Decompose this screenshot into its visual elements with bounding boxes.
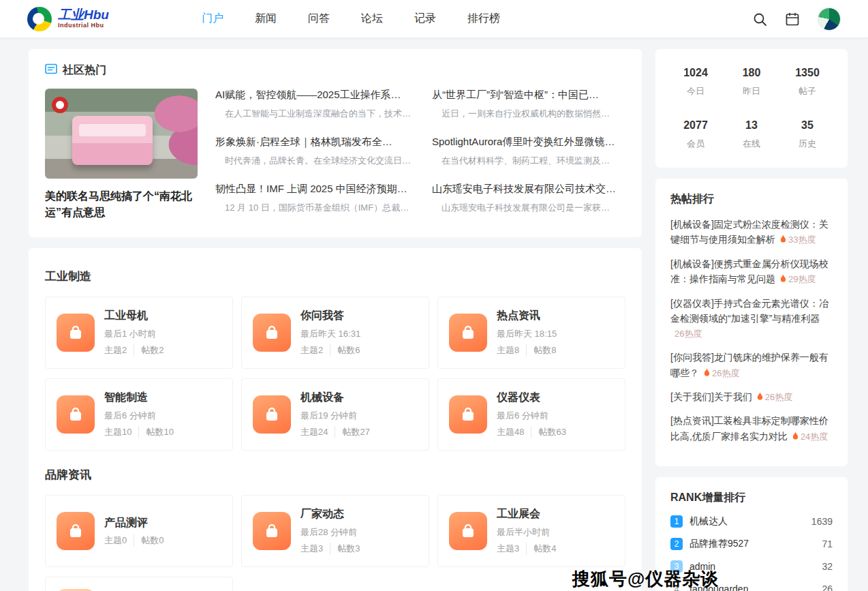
- forum-tile-gongyezhanhui[interactable]: 工业展会 最后半小时前 主题3帖数4: [437, 495, 625, 567]
- menu-item-records[interactable]: 记录: [414, 12, 436, 26]
- forum-tile-yiqiyibiao[interactable]: 仪器仪表 最后6 分钟前 主题48帖数63: [437, 378, 625, 451]
- heat-value: 26热度: [675, 329, 702, 339]
- main-column: 社区热门 美的联名马思纯搞了个“南花北运”有点意思 AI赋能，智控领航——202…: [29, 49, 642, 591]
- shopping-bag-icon: [253, 512, 291, 550]
- forum-topics: 主题0: [104, 534, 127, 547]
- stat-online: 13在线: [724, 119, 779, 150]
- forum-posts: 帖数0: [134, 534, 164, 547]
- news-summary: 在人工智能与工业制造深度融合的当下，技术…: [215, 108, 414, 120]
- navbar-right: [752, 7, 841, 31]
- brand-title: 工业Hbu: [58, 8, 109, 22]
- news-item[interactable]: 形象焕新·启程全球｜格林凯瑞发布全… 时代奔涌，品牌长青。在全球经济文化交流日…: [215, 136, 414, 167]
- forum-tile-pinpaigongchang[interactable]: 品牌工厂 主题0帖数0: [45, 577, 233, 591]
- section-title-brand: 品牌资讯: [45, 467, 625, 483]
- hot-post-item[interactable]: [热点资讯]工装检具非标定制哪家性价比高,优质厂家排名实力对比24热度: [670, 413, 833, 444]
- news-item[interactable]: 山东瑶安电子科技发展有限公司技术交… 山东瑶安电子科技发展有限公司是一家获…: [432, 183, 631, 214]
- community-hot-card: 社区热门 美的联名马思纯搞了个“南花北运”有点意思 AI赋能，智控领航——202…: [29, 49, 642, 237]
- flame-icon: [703, 366, 711, 381]
- news-title: 从“世界工厂”到“智造中枢”：中国已…: [432, 89, 631, 102]
- forum-tile-gongyemuji[interactable]: 工业母机 最后1 小时前 主题2帖数2: [45, 297, 233, 369]
- rank-badge: 1: [670, 515, 683, 528]
- hot-post-item[interactable]: [机械设备]便携式重金属分析仪现场校准：操作指南与常见问题29热度: [670, 256, 833, 288]
- shopping-bag-icon: [57, 395, 95, 434]
- hot-post-item[interactable]: [你问我答]龙门铣床的维护保养一般有哪些？26热度: [670, 350, 833, 381]
- forum-tile-zhinengzhizao[interactable]: 智能制造 最后6 分钟前 主题10帖数10: [45, 378, 233, 451]
- watermark-text: 搜狐号@仪器杂谈: [572, 567, 719, 591]
- shopping-bag-icon: [57, 314, 95, 352]
- forum-last-post: 最后昨天 18:15: [497, 328, 557, 340]
- shopping-bag-icon: [449, 314, 487, 352]
- shopping-bag-icon: [449, 512, 487, 550]
- flame-icon: [756, 390, 764, 405]
- forum-sections-card: 工业制造 工业母机 最后1 小时前 主题2帖数2 你问我答 最后昨天 16:31: [29, 248, 642, 591]
- forum-tile-changjiadongtai[interactable]: 厂家动态 最后28 分钟前 主题3帖数3: [241, 495, 429, 567]
- forum-topics: 主题3: [497, 543, 519, 555]
- forum-tile-niwenwoda[interactable]: 你问我答 最后昨天 16:31 主题2帖数6: [241, 297, 429, 369]
- news-title: 韧性凸显！IMF 上调 2025 中国经济预期…: [215, 183, 414, 196]
- menu-item-news[interactable]: 新闻: [255, 12, 277, 26]
- user-avatar[interactable]: [818, 7, 841, 31]
- forum-name: 仪器仪表: [497, 391, 566, 405]
- brand-tiles: 产品测评 主题0帖数0 厂家动态 最后28 分钟前 主题3帖数3: [45, 495, 625, 591]
- forum-tile-jixieshebei[interactable]: 机械设备 最后19 分钟前 主题24帖数27: [241, 378, 429, 451]
- community-hot-header: 社区热门: [45, 63, 625, 78]
- rank-row[interactable]: 2 品牌推荐9527 71: [670, 538, 833, 550]
- forum-name: 工业母机: [104, 309, 164, 323]
- stats-card: 1024今日 180昨日 1350帖子 2077会员 13在线 35历史: [655, 49, 848, 168]
- news-summary: 12 月 10 日，国际货币基金组织（IMF）总裁…: [215, 202, 414, 214]
- forum-counts: 主题8帖数8: [497, 344, 557, 357]
- featured-article[interactable]: 美的联名马思纯搞了个“南花北运”有点意思: [45, 89, 198, 221]
- heat-value: 26热度: [765, 392, 792, 402]
- forum-topics: 主题8: [497, 344, 519, 357]
- shopping-bag-icon: [57, 512, 95, 550]
- forum-posts: 帖数6: [330, 344, 360, 357]
- forum-posts: 帖数10: [138, 426, 173, 438]
- forum-tile-chanpinceping[interactable]: 产品测评 主题0帖数0: [45, 495, 233, 567]
- hot-post-item[interactable]: [关于我们]关于我们26热度: [670, 389, 833, 405]
- forum-last-post: 最后6 分钟前: [104, 410, 174, 422]
- hot-posts-title: 热帖排行: [670, 192, 833, 207]
- rank-user-name: 机械达人: [689, 515, 811, 528]
- news-summary: 山东瑶安电子科技发展有限公司是一家获…: [432, 202, 631, 214]
- forum-topics: 主题2: [300, 344, 323, 357]
- news-item[interactable]: 韧性凸显！IMF 上调 2025 中国经济预期… 12 月 10 日，国际货币基…: [215, 183, 414, 214]
- forum-last-post: 最后19 分钟前: [300, 410, 370, 422]
- top-navbar: 工业Hbu Industrial Hbu 门户 新闻 问答 论坛 记录 排行榜: [0, 0, 868, 38]
- news-item[interactable]: AI赋能，智控领航——2025工业操作系… 在人工智能与工业制造深度融合的当下，…: [215, 89, 414, 120]
- stat-posts: 1350帖子: [779, 67, 835, 97]
- forum-counts: 主题0帖数0: [104, 534, 164, 547]
- hot-post-item[interactable]: [机械设备]固定式粉尘浓度检测仪：关键细节与使用须知全解析33热度: [670, 217, 833, 248]
- rank-card-title: RANK增量排行: [670, 491, 833, 505]
- brand-text: 工业Hbu Industrial Hbu: [58, 8, 109, 29]
- forum-posts: 帖数63: [531, 426, 565, 438]
- calendar-icon[interactable]: [785, 12, 800, 27]
- forum-counts: 主题3帖数4: [497, 543, 556, 555]
- menu-item-forum[interactable]: 论坛: [361, 12, 383, 26]
- forum-posts: 帖数4: [526, 543, 556, 555]
- shopping-bag-icon: [253, 314, 291, 352]
- forum-topics: 主题24: [300, 426, 328, 438]
- search-icon[interactable]: [752, 12, 767, 27]
- forum-counts: 主题48帖数63: [497, 426, 566, 438]
- brand[interactable]: 工业Hbu Industrial Hbu: [27, 7, 161, 31]
- forum-name: 你问我答: [300, 309, 360, 323]
- community-hot-icon: [45, 63, 57, 78]
- news-item[interactable]: 从“世界工厂”到“智造中枢”：中国已… 近日，一则来自行业权威机构的数据悄然…: [432, 89, 631, 120]
- hot-post-item[interactable]: [仪器仪表]手持式合金元素光谱仪：冶金检测领域的“加速引擎”与精准利器26热度: [670, 296, 833, 342]
- forum-name: 产品测评: [104, 516, 164, 530]
- featured-title: 美的联名马思纯搞了个“南花北运”有点意思: [45, 188, 198, 221]
- heat-value: 24热度: [801, 431, 828, 442]
- no-entry-sign-icon: [52, 97, 68, 113]
- menu-item-qa[interactable]: 问答: [308, 12, 330, 26]
- news-summary: 近日，一则来自行业权威机构的数据悄然…: [432, 108, 631, 120]
- news-item[interactable]: SpotlightAurora傅里叶变换红外显微镜… 在当代材料科学、制药工程、…: [432, 136, 631, 167]
- menu-item-ranking[interactable]: 排行榜: [467, 12, 500, 26]
- brand-subtitle: Industrial Hbu: [58, 22, 109, 29]
- rank-row[interactable]: 1 机械达人 1639: [670, 515, 833, 528]
- forum-counts: 主题2帖数2: [104, 344, 164, 357]
- forum-tile-redianzixun[interactable]: 热点资讯 最后昨天 18:15 主题8帖数8: [437, 297, 625, 369]
- shopping-bag-icon: [253, 395, 291, 434]
- pink-truck-graphic: [72, 116, 153, 165]
- section-title-industry: 工业制造: [45, 269, 625, 284]
- menu-item-portal[interactable]: 门户: [202, 12, 223, 26]
